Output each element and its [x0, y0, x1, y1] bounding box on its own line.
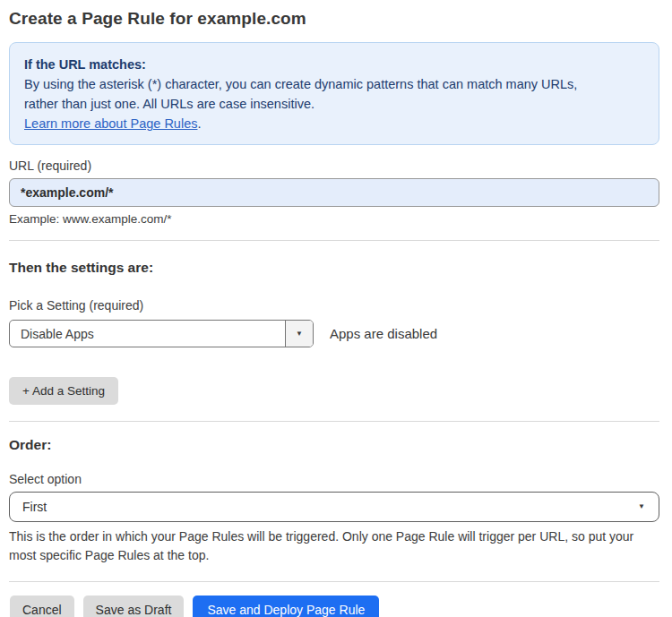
url-match-info-box: If the URL matches: By using the asteris… — [9, 42, 659, 145]
page-title: Create a Page Rule for example.com — [9, 9, 659, 29]
link-suffix: . — [197, 116, 201, 131]
url-field-label: URL (required) — [9, 159, 659, 173]
footer-divider — [9, 581, 659, 582]
add-setting-button[interactable]: + Add a Setting — [9, 377, 118, 405]
section-divider — [9, 240, 659, 241]
cancel-button[interactable]: Cancel — [10, 596, 74, 617]
setting-picker-label: Pick a Setting (required) — [9, 298, 659, 313]
order-select-value: First — [22, 500, 47, 514]
save-as-draft-button[interactable]: Save as Draft — [83, 596, 185, 617]
page-rule-form: Create a Page Rule for example.com If th… — [0, 0, 672, 617]
setting-status-text: Apps are disabled — [330, 326, 437, 341]
info-box-heading: If the URL matches: — [24, 55, 644, 74]
footer-actions: Cancel Save as Draft Save and Deploy Pag… — [9, 596, 659, 617]
setting-dropdown-arrow-button[interactable]: ▼ — [285, 321, 313, 347]
url-example-helper: Example: www.example.com/* — [9, 212, 659, 226]
info-box-link-line: Learn more about Page Rules. — [24, 114, 644, 133]
setting-row: Disable Apps ▼ Apps are disabled — [9, 320, 659, 347]
info-box-body-line: By using the asterisk (*) character, you… — [24, 74, 644, 94]
order-heading: Order: — [9, 437, 659, 453]
setting-dropdown-value: Disable Apps — [10, 321, 285, 347]
order-select-label: Select option — [9, 472, 659, 486]
save-and-deploy-button[interactable]: Save and Deploy Page Rule — [193, 596, 379, 617]
url-input[interactable] — [9, 178, 659, 207]
settings-heading: Then the settings are: — [9, 260, 659, 276]
order-select[interactable]: First ▼ — [9, 492, 659, 522]
order-helper-text: This is the order in which your Page Rul… — [9, 527, 659, 565]
info-box-body-line: rather than just one. All URLs are case … — [24, 94, 644, 114]
chevron-down-icon: ▼ — [296, 330, 303, 338]
chevron-down-icon: ▼ — [638, 503, 645, 510]
learn-more-link[interactable]: Learn more about Page Rules — [24, 116, 197, 131]
setting-dropdown[interactable]: Disable Apps ▼ — [9, 320, 314, 347]
section-divider — [9, 421, 659, 422]
